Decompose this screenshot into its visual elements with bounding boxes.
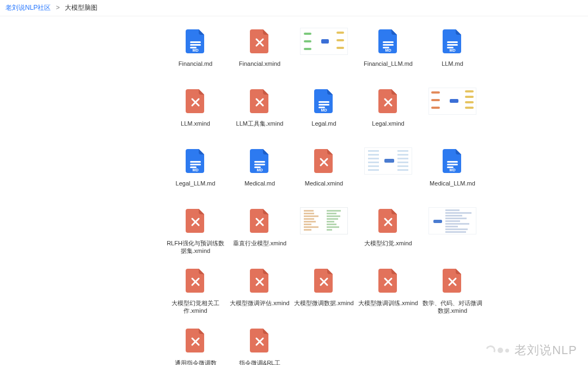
mindmap-thumbnail <box>299 27 348 55</box>
xmind-file-icon <box>374 207 402 235</box>
file-item[interactable]: 大模型幻觉相关工作.xmind <box>163 261 228 321</box>
file-label: 大模型微调评估.xmind <box>228 299 291 307</box>
file-item[interactable]: LLM.xmind <box>163 82 228 141</box>
file-item[interactable] <box>420 82 485 141</box>
file-item[interactable]: MD Financial.md <box>163 22 228 82</box>
file-label: LLM.md <box>439 60 465 67</box>
svg-rect-9 <box>447 44 458 46</box>
file-item[interactable]: LLM工具集.xmind <box>228 82 292 141</box>
file-item[interactable]: 垂直行业模型.xmind <box>228 201 292 261</box>
file-label: Legal_LLM.md <box>174 180 218 187</box>
svg-rect-21 <box>254 164 265 165</box>
svg-text:MD: MD <box>193 48 199 52</box>
svg-rect-20 <box>254 161 265 163</box>
file-label: 大模型幻觉.xmind <box>362 239 414 247</box>
file-label: 大模型微调数据.xmind <box>292 299 356 307</box>
xmind-file-icon <box>310 267 338 295</box>
file-grid: MD Financial.md Financial.xmind MD Finan… <box>0 16 588 365</box>
file-label: LLM.xmind <box>179 120 212 127</box>
svg-rect-17 <box>190 164 201 165</box>
svg-text:MD: MD <box>321 108 327 112</box>
md-file-icon: MD <box>438 27 467 55</box>
md-file-icon: MD <box>438 147 467 175</box>
md-file-icon: MD <box>181 147 210 175</box>
file-item[interactable]: 通用指令微调数据.xmind <box>163 321 228 365</box>
svg-text:MD: MD <box>193 168 199 172</box>
file-item[interactable]: 大模型微调训练.xmind <box>356 261 420 321</box>
xmind-file-icon <box>181 207 210 235</box>
file-item[interactable]: MD Legal_LLM.md <box>163 141 228 201</box>
file-item[interactable]: Financial.xmind <box>228 22 292 82</box>
breadcrumb-current: 大模型脑图 <box>65 4 97 11</box>
file-item[interactable] <box>292 201 356 261</box>
file-item[interactable]: MD LLM.md <box>420 22 485 82</box>
file-label: 指令微调&RL工具.xmind <box>228 359 292 365</box>
xmind-file-icon <box>181 87 210 115</box>
breadcrumb-separator: > <box>56 4 60 11</box>
xmind-file-icon <box>374 267 402 295</box>
file-label: Legal.md <box>309 120 338 127</box>
file-item[interactable]: RLFH强化与预训练数据集.xmind <box>163 201 228 261</box>
mindmap-thumbnail <box>428 87 477 115</box>
file-label: Legal.xmind <box>370 120 406 127</box>
xmind-file-icon <box>246 267 274 295</box>
svg-rect-0 <box>190 41 201 43</box>
svg-rect-24 <box>447 161 458 163</box>
file-item[interactable]: MD Medical_LLM.md <box>420 141 485 201</box>
file-item[interactable]: 指令微调&RL工具.xmind <box>228 321 292 365</box>
xmind-file-icon <box>246 326 274 355</box>
file-label: Medical.md <box>242 180 277 187</box>
file-item[interactable]: 大模型微调评估.xmind <box>228 261 292 321</box>
svg-text:MD: MD <box>385 48 391 52</box>
breadcrumb: 老刘说NLP社区 > 大模型脑图 <box>0 0 588 16</box>
file-item[interactable]: MD Financial_LLM.md <box>356 22 420 82</box>
file-label: RLFH强化与预训练数据集.xmind <box>163 239 228 255</box>
file-label: 数学、代码、对话微调数据.xmind <box>420 299 485 315</box>
file-label: LLM工具集.xmind <box>234 120 286 127</box>
xmind-file-icon <box>181 326 210 355</box>
svg-text:MD: MD <box>257 168 263 172</box>
file-item[interactable]: 大模型幻觉.xmind <box>356 201 420 261</box>
file-item[interactable] <box>420 201 485 261</box>
svg-rect-8 <box>447 41 458 43</box>
xmind-file-icon <box>374 87 402 115</box>
xmind-file-icon <box>246 27 274 55</box>
file-label: Medical_LLM.md <box>427 180 477 187</box>
xmind-file-icon <box>438 267 467 295</box>
file-item[interactable]: MD Medical.md <box>228 141 292 201</box>
xmind-file-icon <box>246 207 274 235</box>
file-label: 垂直行业模型.xmind <box>231 239 289 247</box>
file-label: Financial.md <box>176 60 215 67</box>
svg-rect-25 <box>447 164 458 165</box>
md-file-icon: MD <box>246 147 274 175</box>
file-item[interactable]: MD Legal.md <box>292 82 356 141</box>
file-label: 大模型微调训练.xmind <box>356 299 420 307</box>
xmind-file-icon <box>181 267 210 295</box>
file-item[interactable] <box>292 22 356 82</box>
svg-text:MD: MD <box>450 48 456 52</box>
svg-text:MD: MD <box>450 168 456 172</box>
mindmap-thumbnail <box>364 147 413 175</box>
md-file-icon: MD <box>310 87 338 115</box>
md-file-icon: MD <box>181 27 210 55</box>
file-item[interactable]: Legal.xmind <box>356 82 420 141</box>
svg-rect-12 <box>318 101 329 103</box>
md-file-icon: MD <box>374 27 402 55</box>
mindmap-thumbnail <box>299 207 348 235</box>
file-label: 通用指令微调数据.xmind <box>163 359 228 365</box>
file-label: Financial_LLM.md <box>362 60 415 67</box>
file-label: Financial.xmind <box>237 60 283 67</box>
xmind-file-icon <box>246 87 274 115</box>
file-item[interactable]: 大模型微调数据.xmind <box>292 261 356 321</box>
file-item[interactable] <box>356 141 420 201</box>
svg-rect-13 <box>318 104 329 106</box>
file-item[interactable]: Medical.xmind <box>292 141 356 201</box>
svg-rect-16 <box>190 161 201 163</box>
file-item[interactable]: 数学、代码、对话微调数据.xmind <box>420 261 485 321</box>
svg-rect-4 <box>383 41 394 43</box>
svg-rect-1 <box>190 44 201 46</box>
file-label: Medical.xmind <box>303 180 345 187</box>
svg-rect-5 <box>383 44 394 46</box>
breadcrumb-parent-link[interactable]: 老刘说NLP社区 <box>5 4 51 11</box>
file-label: 大模型幻觉相关工作.xmind <box>163 299 228 315</box>
